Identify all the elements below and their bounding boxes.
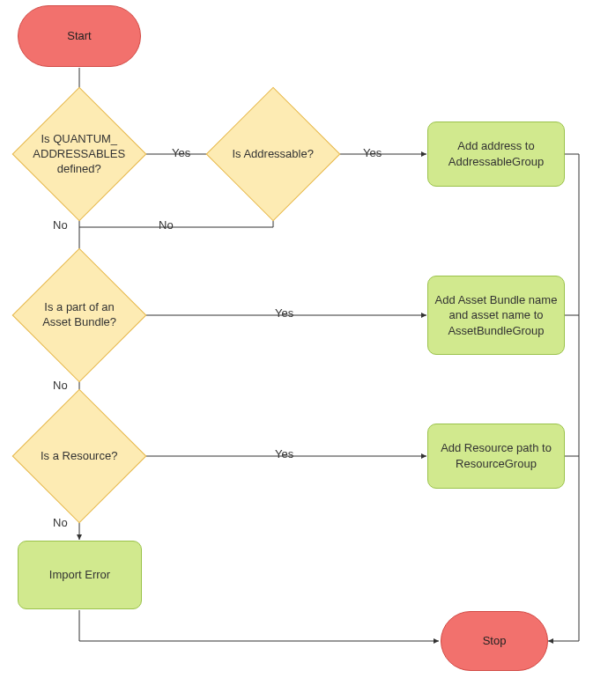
flowchart-canvas: Start Is QUANTUM_ ADDRESSABLES defined? … <box>0 0 593 700</box>
edge-label-no: No <box>53 516 68 529</box>
decision-label: Is a Resource? <box>33 449 126 464</box>
edge-label-yes: Yes <box>275 447 293 461</box>
start-node: Start <box>18 5 141 67</box>
edge-label-no: No <box>53 379 68 392</box>
edge-label-yes: Yes <box>172 146 190 159</box>
decision-label: Is Addressable? <box>226 147 320 162</box>
decision-label: Is a part of an Asset Bundle? <box>33 300 126 330</box>
edge-label-yes: Yes <box>363 146 382 159</box>
decision-label: Is QUANTUM_ ADDRESSABLES defined? <box>33 132 126 177</box>
process-add-assetbundle: Add Asset Bundle name and asset name to … <box>427 276 565 355</box>
stop-label: Stop <box>483 633 507 649</box>
edge-label-yes: Yes <box>275 306 293 320</box>
decision-asset-bundle: Is a part of an Asset Bundle? <box>32 268 127 363</box>
process-label: Add address to AddressableGroup <box>428 138 564 169</box>
process-import-error: Import Error <box>18 541 142 609</box>
decision-is-resource: Is a Resource? <box>32 409 127 504</box>
decision-is-addressable: Is Addressable? <box>226 107 321 202</box>
process-add-resource: Add Resource path to ResourceGroup <box>427 424 565 489</box>
decision-quantum-addressables: Is QUANTUM_ ADDRESSABLES defined? <box>32 107 127 202</box>
process-add-addressable: Add address to AddressableGroup <box>427 122 565 187</box>
start-label: Start <box>67 28 91 44</box>
process-label: Add Resource path to ResourceGroup <box>428 440 564 471</box>
stop-node: Stop <box>441 611 548 671</box>
process-label: Add Asset Bundle name and asset name to … <box>428 292 564 339</box>
process-label: Import Error <box>49 567 110 583</box>
edge-label-no: No <box>159 218 174 232</box>
edge-label-no: No <box>53 218 68 232</box>
